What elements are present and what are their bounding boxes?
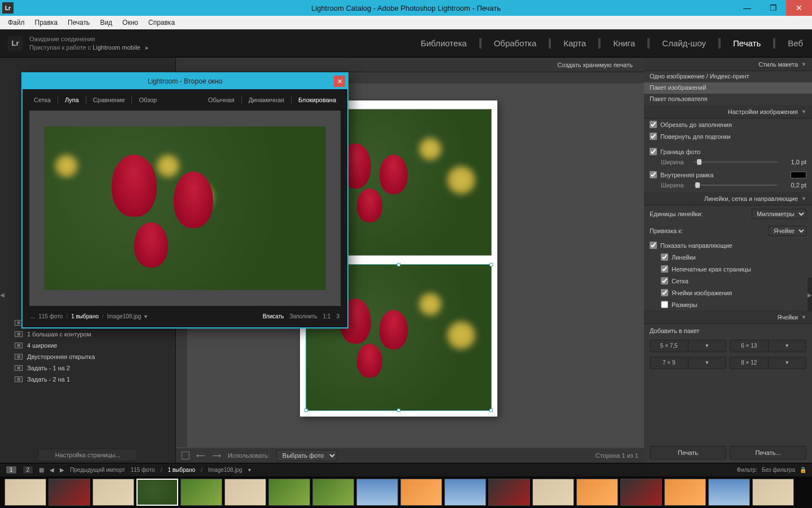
thumbnail[interactable] <box>488 479 530 506</box>
filter-lock-icon[interactable]: 🔒 <box>800 467 806 473</box>
tab-loupe[interactable]: Лупа <box>60 94 83 106</box>
crop-to-fill-check[interactable]: Обрезать до заполнения <box>644 119 812 130</box>
layout-picture-package[interactable]: Пакет изображений <box>644 82 812 94</box>
cell-6x13-button[interactable]: 6 × 13▼ <box>730 340 806 352</box>
module-slideshow[interactable]: Слайд-шоу <box>661 36 707 50</box>
border-color-swatch[interactable] <box>791 172 806 178</box>
resize-handle[interactable] <box>489 409 493 412</box>
zoom-fill[interactable]: Заполнить <box>289 313 317 319</box>
template-item[interactable]: ▦1 большая с контуром <box>0 329 175 340</box>
filmstrip[interactable] <box>0 476 812 508</box>
secondary-canvas[interactable] <box>29 111 341 306</box>
thumbnail[interactable] <box>400 479 442 506</box>
guides-cells[interactable]: Ячейки изображения <box>644 287 812 299</box>
template-item[interactable]: ▦Задать - 2 на 1 <box>0 374 175 385</box>
current-file[interactable]: Image108.jpg <box>208 467 242 473</box>
nav-fwd-icon[interactable]: ▶ <box>60 467 64 473</box>
chevron-down-icon[interactable]: ▼ <box>768 340 806 352</box>
thumbnail[interactable] <box>532 479 574 506</box>
template-item[interactable]: ▦4 широкие <box>0 340 175 351</box>
menu-file[interactable]: Файл <box>3 17 29 28</box>
menu-view[interactable]: Вид <box>95 17 117 28</box>
resize-handle[interactable] <box>304 409 308 412</box>
thumbnail[interactable] <box>5 479 46 506</box>
use-photo-select[interactable]: Выбрать фото <box>276 450 337 461</box>
resize-handle[interactable] <box>397 263 400 266</box>
thumbnail[interactable] <box>708 479 750 506</box>
maximize-button[interactable]: ❐ <box>760 0 786 16</box>
right-panel-toggle[interactable]: ▶ <box>807 278 812 312</box>
module-book[interactable]: Книга <box>612 36 636 50</box>
secondary-window[interactable]: Lightroom - Второе окно ✕ Сетка Лупа Сра… <box>21 72 348 329</box>
resize-handle[interactable] <box>397 409 400 412</box>
thumbnail[interactable] <box>312 479 354 506</box>
ruler-units-select[interactable]: Миллиметры <box>752 209 806 219</box>
thumbnail[interactable] <box>444 479 486 506</box>
mode-locked[interactable]: Блокирована <box>294 94 341 106</box>
page-setup-button[interactable]: Настройка страницы... <box>38 449 138 461</box>
cell-5x7-button[interactable]: 5 × 7,5▼ <box>650 340 726 352</box>
module-print[interactable]: Печать <box>732 36 762 50</box>
rulers-grid-header[interactable]: Линейки, сетка и направляющие▼ <box>644 192 812 205</box>
chevron-down-icon[interactable]: ▾ <box>144 313 147 319</box>
photo-border-check[interactable]: Граница фото <box>644 146 812 157</box>
status-line2[interactable]: Приступая к работе с Lightroom mobile ▸ <box>29 43 149 51</box>
module-web[interactable]: Веб <box>787 36 804 50</box>
current-file[interactable]: Image108.jpg <box>107 313 142 319</box>
filter-value[interactable]: Без фильтра <box>762 467 795 473</box>
guides-dimensions[interactable]: Размеры <box>644 299 812 310</box>
guides-bleed[interactable]: Непечатные края страницы <box>644 263 812 275</box>
tab-grid[interactable]: Сетка <box>29 94 55 106</box>
inner-stroke-check[interactable]: Внутренняя рамка <box>644 169 812 181</box>
module-library[interactable]: Библиотека <box>420 36 468 50</box>
minimize-button[interactable]: — <box>734 0 760 16</box>
create-stored-print-button[interactable]: Создать хранимую печать <box>552 60 638 70</box>
layout-custom-package[interactable]: Пакет пользователя <box>644 94 812 105</box>
source-label[interactable]: Предыдущий импорт <box>70 467 125 473</box>
monitor-1-button[interactable]: 1 <box>6 466 17 474</box>
thumbnail[interactable] <box>620 479 662 506</box>
inner-width-slider[interactable]: Ширина0,2 pt <box>644 181 812 192</box>
cells-header[interactable]: Ячейки▼ <box>644 310 812 324</box>
zoom-fit[interactable]: Вписать <box>263 313 284 319</box>
thumbnail[interactable] <box>224 479 266 506</box>
menu-help[interactable]: Справка <box>144 17 179 28</box>
template-item[interactable]: ▦Двусторонняя открытка <box>0 351 175 362</box>
guides-rulers[interactable]: Линейки <box>644 251 812 263</box>
module-develop[interactable]: Обработка <box>493 36 538 50</box>
guides-grid[interactable]: Сетка <box>644 275 812 287</box>
selection-checkbox[interactable] <box>182 452 189 459</box>
image-settings-header[interactable]: Настройки изображения▼ <box>644 105 812 119</box>
close-button[interactable]: ✕ <box>786 0 812 16</box>
cell-7x9-button[interactable]: 7 × 9▼ <box>650 357 726 369</box>
nav-back-icon[interactable]: ◀ <box>50 467 54 473</box>
mode-live[interactable]: Динамичная <box>244 94 289 106</box>
print-dialog-button[interactable]: Печать... <box>730 446 806 459</box>
zoom-3[interactable]: 3 <box>336 313 339 319</box>
chevron-down-icon[interactable]: ▼ <box>768 357 806 369</box>
template-item[interactable]: ▦Задать - 1 на 2 <box>0 362 175 374</box>
tab-survey[interactable]: Обзор <box>134 94 161 106</box>
folder-dots[interactable]: ... <box>30 313 35 319</box>
chevron-down-icon[interactable]: ▼ <box>688 340 726 352</box>
thumbnail[interactable] <box>48 479 90 506</box>
menu-print[interactable]: Печать <box>63 17 94 28</box>
thumbnail[interactable] <box>576 479 618 506</box>
zoom-1-1[interactable]: 1:1 <box>323 313 331 319</box>
thumbnail[interactable] <box>752 479 794 506</box>
thumbnail[interactable] <box>664 479 706 506</box>
cell-8x12-button[interactable]: 8 × 12▼ <box>730 357 806 369</box>
secondary-window-titlebar[interactable]: Lightroom - Второе окно ✕ <box>23 73 347 89</box>
module-map[interactable]: Карта <box>562 36 587 50</box>
rotate-to-fit-check[interactable]: Повернуть для подгонки <box>644 130 812 142</box>
snap-to-select[interactable]: Ячейке <box>769 226 806 236</box>
menu-window[interactable]: Окно <box>118 17 143 28</box>
layout-style-header[interactable]: Стиль макета▼ <box>644 58 812 71</box>
thumbnail[interactable] <box>356 479 398 506</box>
show-guides-check[interactable]: Показать направляющие <box>644 239 812 251</box>
left-panel-toggle[interactable]: ◀ <box>0 278 5 312</box>
layout-single-contact[interactable]: Одно изображение / Индекс-принт <box>644 71 812 82</box>
resize-handle[interactable] <box>489 263 493 266</box>
border-width-slider[interactable]: Ширина1,0 pt <box>644 157 812 169</box>
prev-page-icon[interactable]: ⟵ <box>196 452 205 459</box>
